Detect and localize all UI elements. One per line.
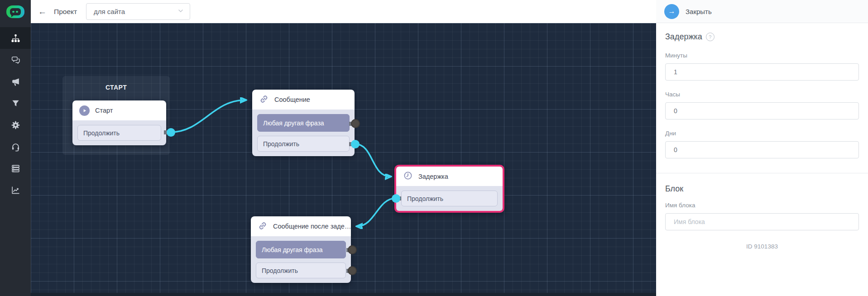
sidebar-item-flows[interactable] [0, 27, 31, 49]
minutes-label: Минуты [665, 52, 859, 59]
hours-label: Часы [665, 91, 859, 98]
delay-continue-output-port[interactable] [392, 194, 400, 203]
node-message-header[interactable]: Сообщение [252, 90, 355, 110]
start-group-title: СТАРТ [62, 76, 170, 91]
chart-icon [11, 186, 20, 195]
minutes-input[interactable] [665, 63, 859, 81]
node-message-after-delay-header[interactable]: Сообщение после заде… [251, 216, 351, 236]
days-input[interactable] [665, 141, 859, 158]
close-label: Закрыть [686, 8, 712, 15]
node-delay-title: Задержка [418, 173, 448, 180]
edge-start-to-message [171, 100, 245, 132]
node-message-after-delay[interactable]: Сообщение после заде… Любая другая фраза… [251, 216, 351, 283]
sidebar-nav [0, 27, 31, 201]
sidebar [0, 0, 31, 296]
block-name-input[interactable] [665, 213, 859, 230]
back-arrow-icon[interactable]: ← [38, 7, 47, 16]
topbar: ← Проект для сайта [31, 0, 656, 23]
help-icon[interactable]: ? [706, 33, 715, 41]
edge-delay-to-message-after [357, 198, 396, 226]
close-panel-button[interactable]: → [664, 4, 679, 19]
node-delay[interactable]: Задержка Продолжить [394, 165, 504, 213]
block-name-field: Имя блока [665, 202, 859, 230]
sidebar-item-stats[interactable] [0, 179, 31, 201]
node-start-title: Старт [95, 107, 113, 114]
node-message-title: Сообщение [274, 96, 310, 103]
message-after-any-phrase-output-port[interactable] [348, 245, 357, 254]
node-message-body: Любая другая фраза Продолжить [252, 110, 355, 156]
node-message[interactable]: Сообщение Любая другая фраза Продолжить [252, 90, 355, 156]
project-label: Проект [54, 8, 77, 16]
play-icon [79, 105, 90, 116]
node-message-after-delay-any-phrase-button[interactable]: Любая другая фраза [256, 241, 346, 258]
gear-icon [11, 120, 20, 130]
edge-message-to-delay [355, 144, 390, 177]
node-start-header[interactable]: Старт [72, 100, 166, 120]
link-icon [258, 221, 268, 232]
chevron-down-icon [177, 7, 184, 16]
minutes-field: Минуты [665, 52, 859, 81]
node-delay-header[interactable]: Задержка [396, 167, 503, 186]
node-delay-continue-button[interactable]: Продолжить [401, 191, 498, 206]
sidebar-item-data[interactable] [0, 158, 31, 179]
app-logo[interactable] [0, 0, 31, 23]
days-field: Дни [665, 130, 859, 158]
hours-field: Часы [665, 91, 859, 119]
canvas-bottom-edge [31, 293, 656, 296]
block-id: ID 9101383 [665, 243, 859, 250]
megaphone-icon [11, 77, 20, 86]
node-start-body: Продолжить [72, 120, 166, 145]
bot-logo-icon [6, 5, 24, 18]
node-start[interactable]: Старт Продолжить [72, 100, 166, 145]
node-start-continue-button[interactable]: Продолжить [77, 125, 161, 141]
node-message-after-delay-title: Сообщение после заде… [273, 223, 351, 230]
node-message-continue-button[interactable]: Продолжить [257, 136, 350, 152]
server-icon [11, 164, 20, 173]
node-delay-body: Продолжить [396, 186, 503, 211]
panel-header: → Закрыть [656, 0, 868, 23]
bot-select[interactable]: для сайта [86, 3, 190, 20]
block-name-label: Имя блока [665, 202, 859, 209]
delay-section-title-text: Задержка [665, 32, 702, 42]
sitemap-icon [11, 33, 20, 43]
chats-icon [11, 55, 20, 65]
delay-section-title: Задержка ? [665, 32, 859, 42]
node-message-any-phrase-button[interactable]: Любая другая фраза [257, 114, 350, 132]
flow-canvas[interactable]: СТАРТ Старт Продолжить Сообщение [31, 23, 656, 296]
sidebar-item-filters[interactable] [0, 92, 31, 114]
sidebar-item-support[interactable] [0, 136, 31, 158]
sidebar-item-chats[interactable] [0, 49, 31, 71]
sidebar-item-broadcasts[interactable] [0, 71, 31, 92]
days-label: Дни [665, 130, 859, 137]
message-continue-output-port[interactable] [351, 140, 360, 148]
panel-divider [656, 173, 868, 173]
headset-icon [11, 142, 20, 152]
panel-content: Задержка ? Минуты Часы Дни Блок Имя блок… [656, 23, 868, 250]
settings-panel: → Закрыть Задержка ? Минуты Часы Дни Бло… [656, 0, 868, 296]
arrow-right-icon: → [668, 7, 676, 15]
bot-select-value: для сайта [94, 8, 177, 15]
start-continue-output-port[interactable] [167, 128, 175, 137]
hours-input[interactable] [665, 102, 859, 119]
message-after-continue-output-port[interactable] [348, 266, 357, 275]
message-any-phrase-output-port[interactable] [351, 119, 360, 128]
funnel-icon [11, 99, 20, 108]
node-message-after-delay-body: Любая другая фраза Продолжить [251, 236, 351, 283]
node-message-after-delay-continue-button[interactable]: Продолжить [256, 263, 346, 278]
clock-icon [403, 171, 413, 182]
sidebar-item-settings[interactable] [0, 114, 31, 136]
block-section-title: Блок [665, 184, 859, 194]
link-icon [259, 94, 269, 105]
